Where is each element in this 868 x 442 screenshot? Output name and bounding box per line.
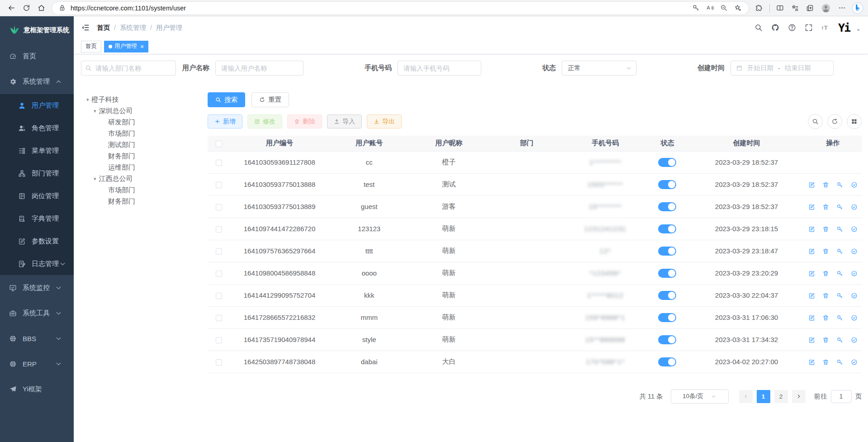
edit-action-icon[interactable]	[808, 314, 815, 321]
reset-password-action-icon[interactable]	[836, 270, 843, 277]
github-icon[interactable]	[771, 24, 779, 32]
more-options-icon[interactable]	[838, 4, 846, 12]
reset-password-action-icon[interactable]	[836, 314, 843, 321]
sidebar-item-首页[interactable]: 首页	[0, 43, 74, 69]
tree-node-测试部门[interactable]: 测试部门	[81, 139, 176, 151]
date-range-picker[interactable]: 开始日期 - 结束日期	[730, 61, 834, 76]
sidebar-fold-icon[interactable]	[81, 23, 90, 32]
address-bar[interactable]: https://ccnetcore.com:1101/system/user A	[52, 2, 749, 14]
reset-password-action-icon[interactable]	[836, 292, 843, 299]
sidebar-item-字典管理[interactable]: 字典管理	[0, 207, 74, 230]
assign-role-action-icon[interactable]	[851, 359, 858, 366]
header-search-icon[interactable]	[754, 24, 763, 32]
font-size-icon[interactable]: TT	[821, 24, 830, 32]
assign-role-action-icon[interactable]	[851, 292, 858, 299]
delete-action-icon[interactable]	[822, 314, 829, 321]
row-checkbox[interactable]	[216, 160, 222, 166]
assign-role-action-icon[interactable]	[851, 204, 858, 210]
reset-button[interactable]: 重置	[251, 92, 289, 107]
search-button[interactable]: 搜索	[208, 92, 245, 107]
lock-icon[interactable]	[59, 5, 66, 11]
assign-role-action-icon[interactable]	[851, 314, 858, 321]
column-settings-button[interactable]	[847, 114, 862, 129]
goto-page-input[interactable]	[831, 390, 852, 403]
sidebar-item-部门管理[interactable]: 部门管理	[0, 162, 74, 185]
sidebar-item-菜单管理[interactable]: 菜单管理	[0, 139, 74, 162]
status-toggle[interactable]	[658, 158, 676, 167]
assign-role-action-icon[interactable]	[851, 226, 858, 233]
row-checkbox[interactable]	[216, 271, 222, 277]
export-button[interactable]: 导出	[367, 114, 402, 128]
reset-password-action-icon[interactable]	[836, 204, 843, 210]
sidebar-item-日志管理[interactable]: 日志管理	[0, 252, 74, 275]
prev-page-button[interactable]	[739, 390, 753, 403]
status-toggle[interactable]	[658, 313, 676, 322]
reset-password-action-icon[interactable]	[836, 359, 843, 366]
tree-node-橙子科技[interactable]: ▾ 橙子科技	[81, 94, 176, 105]
delete-action-icon[interactable]	[822, 337, 829, 343]
sidebar-item-角色管理[interactable]: 角色管理	[0, 117, 74, 139]
row-checkbox[interactable]	[216, 226, 222, 233]
collections-icon[interactable]	[791, 4, 799, 12]
status-toggle[interactable]	[658, 247, 676, 256]
edit-action-icon[interactable]	[808, 248, 815, 255]
delete-action-icon[interactable]	[822, 248, 829, 255]
tree-node-运维部门[interactable]: 运维部门	[81, 162, 176, 173]
url-text[interactable]: https://ccnetcore.com:1101/system/user	[71, 5, 687, 12]
row-checkbox[interactable]	[216, 337, 222, 343]
page-size-select[interactable]: 10条/页	[671, 390, 729, 404]
sidebar-item-系统监控[interactable]: 系统监控	[0, 275, 74, 300]
assign-role-action-icon[interactable]	[851, 181, 858, 188]
status-toggle[interactable]	[658, 269, 676, 278]
read-aloud-icon[interactable]: A	[706, 4, 714, 12]
next-page-button[interactable]	[792, 390, 806, 403]
tree-node-研发部门[interactable]: 研发部门	[81, 117, 176, 128]
close-icon[interactable]: ×	[140, 43, 144, 50]
back-icon[interactable]	[8, 4, 15, 12]
import-button[interactable]: 导入	[327, 114, 362, 128]
status-select[interactable]: 正常	[562, 61, 636, 76]
bing-chat-icon[interactable]	[852, 2, 863, 14]
zoom-out-icon[interactable]	[720, 4, 728, 12]
breadcrumb-item[interactable]: 用户管理	[156, 24, 182, 32]
status-toggle[interactable]	[658, 202, 676, 211]
refresh-table-button[interactable]	[827, 114, 842, 129]
edit-action-icon[interactable]	[808, 337, 815, 343]
edit-action-icon[interactable]	[808, 292, 815, 299]
help-question-icon[interactable]	[788, 24, 796, 32]
row-checkbox[interactable]	[216, 293, 222, 299]
phone-input[interactable]	[398, 61, 481, 76]
status-toggle[interactable]	[658, 291, 676, 300]
status-toggle[interactable]	[658, 357, 676, 366]
profile-avatar-icon[interactable]	[821, 3, 831, 13]
row-checkbox[interactable]	[216, 315, 222, 321]
page-button-2[interactable]: 2	[774, 390, 788, 403]
add-button[interactable]: 新增	[208, 114, 242, 128]
status-toggle[interactable]	[658, 335, 676, 344]
assign-role-action-icon[interactable]	[851, 270, 858, 277]
tree-node-市场部门[interactable]: 市场部门	[81, 128, 176, 139]
row-checkbox[interactable]	[216, 182, 222, 188]
reset-password-action-icon[interactable]	[836, 181, 843, 188]
tree-node-市场部门[interactable]: 市场部门	[81, 185, 176, 196]
row-checkbox[interactable]	[216, 204, 222, 210]
tab-actions-icon[interactable]	[806, 4, 814, 12]
delete-action-icon[interactable]	[822, 270, 829, 277]
home-icon[interactable]	[38, 4, 45, 12]
tree-node-财务部门[interactable]: 财务部门	[81, 151, 176, 162]
status-toggle[interactable]	[658, 180, 676, 189]
status-toggle[interactable]	[658, 224, 676, 233]
select-all-checkbox[interactable]	[216, 141, 222, 147]
page-refresh-icon[interactable]	[23, 4, 30, 12]
edit-action-icon[interactable]	[808, 359, 815, 366]
edit-button[interactable]: 修改	[247, 114, 282, 128]
edit-action-icon[interactable]	[808, 270, 815, 277]
sidebar-item-ERP[interactable]: ERP	[0, 351, 74, 376]
sidebar-item-岗位管理[interactable]: 岗位管理	[0, 185, 74, 207]
breadcrumb-item[interactable]: 系统管理	[120, 24, 146, 32]
sidebar-item-系统工具[interactable]: 系统工具	[0, 300, 74, 326]
reset-password-action-icon[interactable]	[836, 226, 843, 233]
tree-node-深圳总公司[interactable]: ▾ 深圳总公司	[81, 105, 176, 117]
delete-button[interactable]: 删除	[287, 114, 322, 128]
row-checkbox[interactable]	[216, 248, 222, 255]
